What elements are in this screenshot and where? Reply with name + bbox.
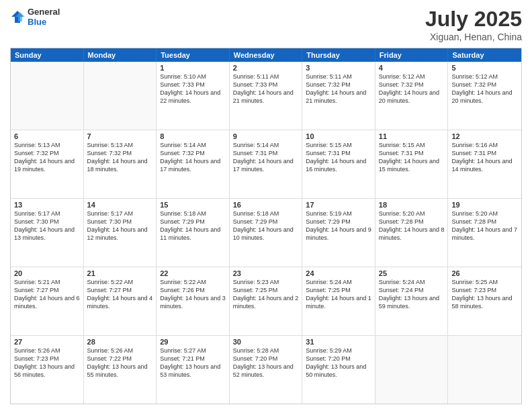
cell-details: Sunrise: 5:18 AMSunset: 7:29 PMDaylight:… (160, 210, 226, 242)
calendar-cell: 14Sunrise: 5:17 AMSunset: 7:30 PMDayligh… (84, 199, 157, 267)
calendar-cell: 13Sunrise: 5:17 AMSunset: 7:30 PMDayligh… (11, 199, 84, 267)
calendar-cell: 3Sunrise: 5:11 AMSunset: 7:32 PMDaylight… (302, 62, 375, 130)
calendar-cell: 7Sunrise: 5:13 AMSunset: 7:32 PMDaylight… (84, 130, 157, 198)
weekday-header: Tuesday (157, 48, 230, 62)
calendar-cell: 15Sunrise: 5:18 AMSunset: 7:29 PMDayligh… (157, 199, 230, 267)
calendar-cell: 19Sunrise: 5:20 AMSunset: 7:28 PMDayligh… (448, 199, 521, 267)
cell-details: Sunrise: 5:14 AMSunset: 7:32 PMDaylight:… (160, 141, 226, 174)
day-number: 26 (451, 269, 518, 277)
day-number: 4 (379, 64, 445, 72)
day-number: 12 (451, 132, 518, 140)
weekday-header: Sunday (11, 48, 84, 62)
cell-details: Sunrise: 5:11 AMSunset: 7:32 PMDaylight:… (306, 73, 371, 105)
day-number: 23 (233, 269, 299, 277)
day-number: 19 (451, 201, 518, 209)
calendar-cell: 12Sunrise: 5:16 AMSunset: 7:31 PMDayligh… (448, 130, 521, 198)
calendar-cell: 30Sunrise: 5:28 AMSunset: 7:20 PMDayligh… (230, 336, 303, 404)
day-number: 18 (379, 201, 445, 209)
cell-details: Sunrise: 5:25 AMSunset: 7:23 PMDaylight:… (451, 278, 518, 311)
calendar-cell (375, 336, 449, 404)
calendar-row: 27Sunrise: 5:26 AMSunset: 7:23 PMDayligh… (11, 336, 521, 404)
cell-details: Sunrise: 5:17 AMSunset: 7:30 PMDaylight:… (14, 210, 80, 242)
location: Xiguan, Henan, China (425, 32, 522, 42)
cell-details: Sunrise: 5:20 AMSunset: 7:28 PMDaylight:… (379, 210, 445, 242)
logo-general: General (28, 7, 60, 17)
calendar-cell: 16Sunrise: 5:18 AMSunset: 7:29 PMDayligh… (230, 199, 303, 267)
cell-details: Sunrise: 5:26 AMSunset: 7:23 PMDaylight:… (14, 347, 80, 379)
calendar-header: SundayMondayTuesdayWednesdayThursdayFrid… (11, 48, 521, 62)
cell-details: Sunrise: 5:23 AMSunset: 7:25 PMDaylight:… (233, 278, 299, 311)
calendar-cell: 10Sunrise: 5:15 AMSunset: 7:31 PMDayligh… (302, 130, 375, 198)
day-number: 10 (306, 132, 371, 140)
title-block: July 2025 Xiguan, Henan, China (425, 7, 522, 42)
logo: General Blue (10, 7, 60, 27)
weekday-header: Friday (375, 48, 449, 62)
day-number: 3 (306, 64, 371, 72)
weekday-header: Wednesday (230, 48, 303, 62)
calendar-row: 1Sunrise: 5:10 AMSunset: 7:33 PMDaylight… (11, 62, 521, 130)
cell-details: Sunrise: 5:26 AMSunset: 7:22 PMDaylight:… (87, 347, 153, 379)
calendar-cell: 4Sunrise: 5:12 AMSunset: 7:32 PMDaylight… (375, 62, 449, 130)
day-number: 5 (451, 64, 518, 72)
cell-details: Sunrise: 5:24 AMSunset: 7:24 PMDaylight:… (379, 278, 445, 311)
calendar-cell: 11Sunrise: 5:15 AMSunset: 7:31 PMDayligh… (375, 130, 449, 198)
calendar-cell: 29Sunrise: 5:27 AMSunset: 7:21 PMDayligh… (157, 336, 230, 404)
calendar-cell: 24Sunrise: 5:24 AMSunset: 7:25 PMDayligh… (302, 267, 375, 335)
day-number: 7 (87, 132, 153, 140)
day-number: 16 (233, 201, 299, 209)
header: General Blue July 2025 Xiguan, Henan, Ch… (10, 7, 522, 42)
calendar-cell: 8Sunrise: 5:14 AMSunset: 7:32 PMDaylight… (157, 130, 230, 198)
calendar-row: 6Sunrise: 5:13 AMSunset: 7:32 PMDaylight… (11, 130, 521, 199)
day-number: 20 (14, 269, 80, 277)
calendar-cell: 18Sunrise: 5:20 AMSunset: 7:28 PMDayligh… (375, 199, 449, 267)
day-number: 27 (14, 338, 80, 346)
cell-details: Sunrise: 5:22 AMSunset: 7:26 PMDaylight:… (160, 278, 226, 311)
cell-details: Sunrise: 5:28 AMSunset: 7:20 PMDaylight:… (233, 347, 299, 379)
calendar-cell: 31Sunrise: 5:29 AMSunset: 7:20 PMDayligh… (302, 336, 375, 404)
calendar-cell: 26Sunrise: 5:25 AMSunset: 7:23 PMDayligh… (448, 267, 521, 335)
cell-details: Sunrise: 5:22 AMSunset: 7:27 PMDaylight:… (87, 278, 153, 311)
logo-text: General Blue (28, 7, 60, 27)
day-number: 1 (160, 64, 226, 72)
calendar-cell: 1Sunrise: 5:10 AMSunset: 7:33 PMDaylight… (157, 62, 230, 130)
day-number: 28 (87, 338, 153, 346)
calendar-page: General Blue July 2025 Xiguan, Henan, Ch… (0, 0, 532, 411)
calendar-cell: 17Sunrise: 5:19 AMSunset: 7:29 PMDayligh… (302, 199, 375, 267)
calendar-cell: 9Sunrise: 5:14 AMSunset: 7:31 PMDaylight… (230, 130, 303, 198)
calendar-body: 1Sunrise: 5:10 AMSunset: 7:33 PMDaylight… (11, 62, 521, 404)
calendar-cell: 28Sunrise: 5:26 AMSunset: 7:22 PMDayligh… (84, 336, 157, 404)
cell-details: Sunrise: 5:17 AMSunset: 7:30 PMDaylight:… (87, 210, 153, 242)
calendar-row: 20Sunrise: 5:21 AMSunset: 7:27 PMDayligh… (11, 267, 521, 336)
logo-icon (10, 9, 25, 24)
day-number: 15 (160, 201, 226, 209)
day-number: 22 (160, 269, 226, 277)
day-number: 6 (14, 132, 80, 140)
calendar-cell: 23Sunrise: 5:23 AMSunset: 7:25 PMDayligh… (230, 267, 303, 335)
cell-details: Sunrise: 5:13 AMSunset: 7:32 PMDaylight:… (14, 141, 80, 174)
day-number: 31 (306, 338, 371, 346)
calendar-row: 13Sunrise: 5:17 AMSunset: 7:30 PMDayligh… (11, 199, 521, 267)
weekday-header: Saturday (448, 48, 521, 62)
cell-details: Sunrise: 5:18 AMSunset: 7:29 PMDaylight:… (233, 210, 299, 242)
day-number: 21 (87, 269, 153, 277)
cell-details: Sunrise: 5:24 AMSunset: 7:25 PMDaylight:… (306, 278, 371, 311)
day-number: 24 (306, 269, 371, 277)
day-number: 2 (233, 64, 299, 72)
day-number: 8 (160, 132, 226, 140)
cell-details: Sunrise: 5:19 AMSunset: 7:29 PMDaylight:… (306, 210, 371, 242)
cell-details: Sunrise: 5:16 AMSunset: 7:31 PMDaylight:… (451, 141, 518, 174)
day-number: 25 (379, 269, 445, 277)
cell-details: Sunrise: 5:12 AMSunset: 7:32 PMDaylight:… (451, 73, 518, 105)
cell-details: Sunrise: 5:10 AMSunset: 7:33 PMDaylight:… (160, 73, 226, 105)
calendar-cell (448, 336, 521, 404)
calendar-cell: 20Sunrise: 5:21 AMSunset: 7:27 PMDayligh… (11, 267, 84, 335)
calendar-cell: 2Sunrise: 5:11 AMSunset: 7:33 PMDaylight… (230, 62, 303, 130)
calendar-cell: 25Sunrise: 5:24 AMSunset: 7:24 PMDayligh… (375, 267, 449, 335)
calendar-cell: 5Sunrise: 5:12 AMSunset: 7:32 PMDaylight… (448, 62, 521, 130)
weekday-header: Monday (84, 48, 157, 62)
cell-details: Sunrise: 5:14 AMSunset: 7:31 PMDaylight:… (233, 141, 299, 174)
cell-details: Sunrise: 5:12 AMSunset: 7:32 PMDaylight:… (379, 73, 445, 105)
cell-details: Sunrise: 5:21 AMSunset: 7:27 PMDaylight:… (14, 278, 80, 311)
calendar-cell: 6Sunrise: 5:13 AMSunset: 7:32 PMDaylight… (11, 130, 84, 198)
calendar-cell (84, 62, 157, 130)
